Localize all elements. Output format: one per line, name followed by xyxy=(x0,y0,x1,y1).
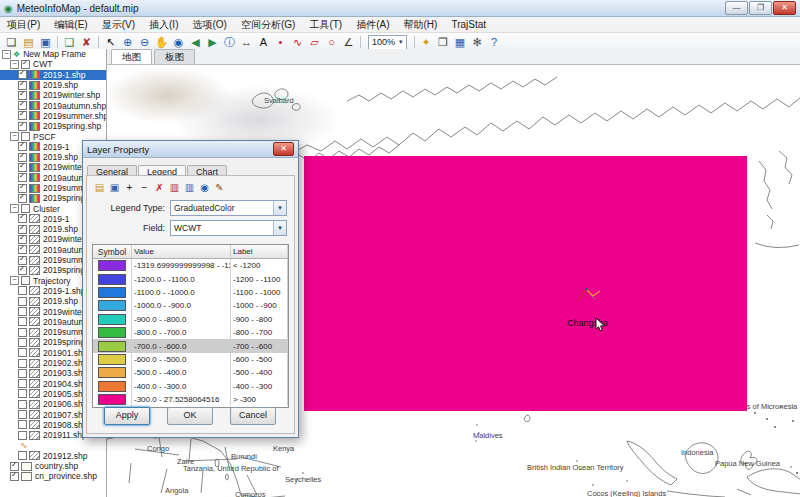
layer-checkbox[interactable] xyxy=(18,348,27,357)
layer-checkbox[interactable] xyxy=(18,420,27,429)
menu-project[interactable]: 项目(P) xyxy=(0,17,47,32)
north-arrow-icon[interactable]: ✦ xyxy=(418,34,435,50)
layer-checkbox[interactable] xyxy=(18,194,27,203)
layer-checkbox[interactable] xyxy=(21,132,30,141)
grid-labels-icon[interactable]: ▦ xyxy=(452,34,469,50)
tree-row-cn-province-shp[interactable]: cn_province.shp xyxy=(0,471,106,481)
legend-break-row[interactable]: -1200.0 - -1100.0-1200 - -1100 xyxy=(93,272,288,285)
layer-checkbox[interactable] xyxy=(18,400,27,409)
legend-break-row[interactable]: -400.0 - -300.0-400 - -300 xyxy=(93,380,288,393)
measure-angle-icon[interactable]: ∠ xyxy=(340,34,357,50)
layer-checkbox[interactable] xyxy=(18,111,27,120)
layer-checkbox[interactable] xyxy=(10,462,19,471)
pan-icon[interactable]: ✋ xyxy=(153,34,170,50)
legend-break-row[interactable]: -700.0 - -600.0-700 - -600 xyxy=(93,339,288,352)
zoom-previous-icon[interactable]: ◀ xyxy=(187,34,204,50)
delete-break-icon[interactable]: ✗ xyxy=(152,182,167,193)
layer-checkbox[interactable] xyxy=(18,317,27,326)
tree-row-2019autumn-shp[interactable]: 2019autumn.shp xyxy=(0,100,106,110)
dialog-title-bar[interactable]: Layer Property ✕ xyxy=(83,141,298,158)
tree-row-2019summer-shp[interactable]: 2019summer.shp xyxy=(0,111,106,121)
legend-col-header-value[interactable]: Value xyxy=(132,245,231,258)
tree-symbol-row[interactable]: ∿ xyxy=(0,440,106,450)
layer-checkbox[interactable] xyxy=(18,70,27,79)
menu-insert[interactable]: 插入(I) xyxy=(142,17,185,32)
apply-button[interactable]: Apply xyxy=(104,407,150,425)
full-extent-icon[interactable]: ◉ xyxy=(170,34,187,50)
tree-row-country-shp[interactable]: country.shp xyxy=(0,461,106,471)
layer-checkbox[interactable] xyxy=(18,328,27,337)
layer-checkbox[interactable] xyxy=(18,235,27,244)
tree-row-new-map-frame[interactable]: −❖New Map Frame xyxy=(0,49,106,59)
layer-checkbox[interactable] xyxy=(18,389,27,398)
tree-row-201912-shp[interactable]: 201912.shp xyxy=(0,451,106,461)
cancel-button[interactable]: Cancel xyxy=(230,407,276,425)
layer-checkbox[interactable] xyxy=(18,338,27,347)
menu-tools[interactable]: 工具(T) xyxy=(302,17,349,32)
legend-break-row[interactable]: -600.0 - -500.0-600 - -500 xyxy=(93,353,288,366)
remove-break-icon[interactable]: − xyxy=(137,182,152,193)
legend-break-row[interactable]: -800.0 - -700.0-800 - -700 xyxy=(93,326,288,339)
maximize-button[interactable]: ❐ xyxy=(749,1,772,15)
remove-layer-icon[interactable]: ✘ xyxy=(78,34,95,50)
menu-view[interactable]: 显示(V) xyxy=(95,17,142,32)
layer-checkbox[interactable] xyxy=(18,91,27,100)
layer-checkbox[interactable] xyxy=(18,173,27,182)
save-project-icon[interactable]: ▣ xyxy=(37,34,54,50)
label-text-icon[interactable]: A xyxy=(255,34,272,50)
open-project-icon[interactable]: ▤ xyxy=(20,34,37,50)
layer-checkbox[interactable] xyxy=(18,101,27,110)
zoom-out-icon[interactable]: ⊖ xyxy=(136,34,153,50)
tree-row-2019spring-shp[interactable]: 2019spring.shp xyxy=(0,121,106,131)
open-legend-icon[interactable]: ▤ xyxy=(92,182,107,193)
tree-row-2019winter-shp[interactable]: 2019winter.shp xyxy=(0,90,106,100)
import-palette-icon[interactable]: ▥ xyxy=(167,182,182,193)
save-legend-icon[interactable]: ▣ xyxy=(107,182,122,193)
menu-spatial-analysis[interactable]: 空间分析(G) xyxy=(234,17,302,32)
layer-checkbox[interactable] xyxy=(10,472,19,481)
close-button[interactable]: ✕ xyxy=(773,1,796,15)
layer-checkbox[interactable] xyxy=(18,153,27,162)
layer-checkbox[interactable] xyxy=(18,122,27,131)
tree-row-2019-1-shp[interactable]: 2019-1.shp xyxy=(0,70,106,80)
menu-plugins[interactable]: 插件(A) xyxy=(349,17,396,32)
settings-icon[interactable]: ✻ xyxy=(469,34,486,50)
ok-button[interactable]: OK xyxy=(167,407,213,425)
layer-checkbox[interactable] xyxy=(18,245,27,254)
menu-options[interactable]: 选项(O) xyxy=(185,17,233,32)
legend-break-row[interactable]: -900.0 - -800.0-900 - -800 xyxy=(93,313,288,326)
layer-checkbox[interactable] xyxy=(18,225,27,234)
legend-type-select[interactable]: GraduatedColor xyxy=(170,200,287,216)
add-break-icon[interactable]: + xyxy=(122,182,137,193)
color-ramp-icon[interactable]: ◉ xyxy=(197,182,212,193)
dialog-close-button[interactable]: ✕ xyxy=(273,142,294,156)
menu-edit[interactable]: 编辑(E) xyxy=(47,17,94,32)
layer-checkbox[interactable] xyxy=(18,410,27,419)
layer-checkbox[interactable] xyxy=(21,60,30,69)
layer-checkbox[interactable] xyxy=(18,214,27,223)
layer-checkbox[interactable] xyxy=(18,359,27,368)
draw-point-icon[interactable]: • xyxy=(272,34,289,50)
layer-checkbox[interactable] xyxy=(18,163,27,172)
tab-layout[interactable]: 板图 xyxy=(154,49,195,64)
legend-col-header-label[interactable]: Label xyxy=(231,245,288,258)
zoom-in-icon[interactable]: ⊕ xyxy=(119,34,136,50)
draw-polygon-icon[interactable]: ▱ xyxy=(306,34,323,50)
layer-checkbox[interactable] xyxy=(18,142,27,151)
tab-map[interactable]: 地图 xyxy=(111,49,152,64)
layer-checkbox[interactable] xyxy=(18,431,27,440)
identify-icon[interactable]: ⓘ xyxy=(221,34,238,50)
layer-checkbox[interactable] xyxy=(18,379,27,388)
layer-checkbox[interactable] xyxy=(18,286,27,295)
select-arrow-icon[interactable]: ↖ xyxy=(102,34,119,50)
legend-col-header-symbol[interactable]: Symbol xyxy=(93,245,132,258)
layer-checkbox[interactable] xyxy=(18,266,27,275)
help-icon[interactable]: ? xyxy=(486,34,503,50)
legend-break-row[interactable]: -500.0 - -400.0-500 - -400 xyxy=(93,366,288,379)
layer-checkbox[interactable] xyxy=(21,204,30,213)
layer-checkbox[interactable] xyxy=(18,81,27,90)
tree-row-cwt[interactable]: −CWT xyxy=(0,59,106,69)
layer-checkbox[interactable] xyxy=(18,369,27,378)
export-palette-icon[interactable]: ▥ xyxy=(182,182,197,193)
minimize-button[interactable]: — xyxy=(725,1,748,15)
